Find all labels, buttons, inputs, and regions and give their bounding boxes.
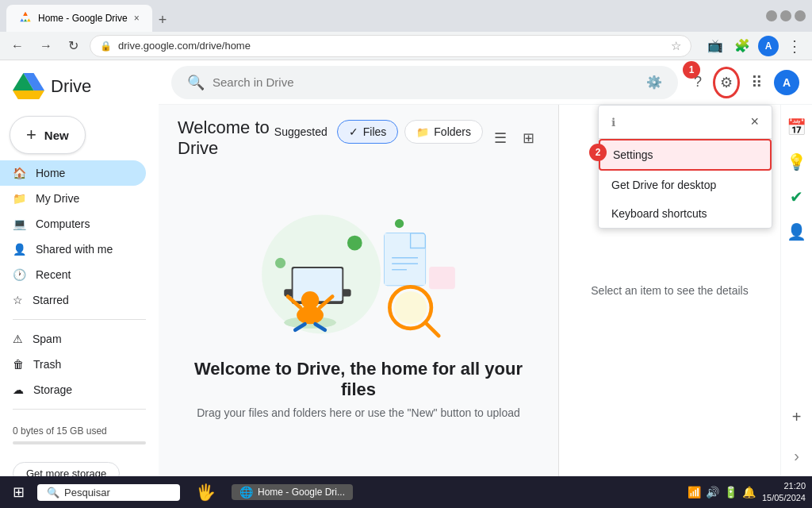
sidebar-item-label: Spam	[33, 333, 62, 345]
welcome-illustration	[239, 187, 477, 346]
sidebar-item-label: Home	[36, 167, 65, 179]
get-storage-button[interactable]: Get more storage	[13, 462, 120, 476]
close-btn[interactable]	[795, 10, 806, 21]
tab-close-icon[interactable]: ×	[134, 13, 140, 24]
welcome-section: Welcome to Drive, the home for all your …	[178, 171, 539, 435]
taskbar-date-text: 15/05/2024	[762, 492, 806, 504]
storage-info: 0 bytes of 15 GB used	[0, 416, 159, 459]
browser-user-avatar[interactable]: A	[758, 36, 779, 56]
apps-button[interactable]: ⠿	[745, 67, 769, 98]
plus-icon: +	[26, 125, 36, 145]
taskbar-datetime[interactable]: 21:20 15/05/2024	[762, 480, 806, 505]
svg-rect-21	[429, 267, 455, 289]
user-avatar[interactable]: A	[774, 70, 799, 95]
suggested-row: Suggested ✓ Files 📁 Folders	[274, 120, 483, 144]
search-icon: 🔍	[187, 74, 205, 91]
taskbar-app-hand[interactable]: 🖐️	[193, 479, 219, 505]
sidebar-item-storage[interactable]: ☁ Storage	[0, 377, 146, 402]
storage-text: 0 bytes of 15 GB used	[13, 425, 107, 437]
taskbar: ⊞ 🔍 Pesquisar 🖐️ 🌐 Home - Google Dri... …	[0, 476, 812, 508]
files-label: Files	[363, 125, 387, 138]
sidebar-item-shared[interactable]: 👤 Shared with me	[0, 237, 146, 262]
reload-button[interactable]: ↻	[63, 35, 83, 56]
contacts-icon[interactable]: 👤	[780, 216, 812, 248]
suggested-label: Suggested	[274, 125, 327, 138]
sidebar-item-spam[interactable]: ⚠ Spam	[0, 326, 146, 352]
grid-view-button[interactable]: ⊞	[518, 125, 539, 152]
app-header: 🔍 ⚙️ 1 ? ⚙ ⠿ A	[159, 60, 812, 105]
folders-filter-button[interactable]: 📁 Folders	[404, 120, 483, 144]
info-icon: ℹ	[611, 116, 615, 129]
folders-label: Folders	[434, 125, 471, 138]
details-text: Select an item to see the details	[591, 284, 748, 297]
sidebar-item-label: Recent	[36, 268, 71, 281]
svg-point-6	[301, 291, 320, 310]
svg-line-20	[425, 322, 439, 336]
svg-point-17	[395, 219, 404, 228]
computer-icon: 💻	[13, 217, 26, 230]
bookmark-icon[interactable]: ☆	[671, 39, 681, 53]
spam-icon: ⚠	[13, 333, 23, 345]
volume-icon[interactable]: 🔊	[706, 486, 719, 498]
network-icon[interactable]: 📶	[688, 486, 701, 498]
tasks-icon[interactable]: ✔	[783, 181, 810, 213]
add-apps-icon[interactable]: +	[786, 402, 808, 433]
search-input[interactable]	[213, 75, 638, 89]
sidebar-item-computers[interactable]: 💻 Computers	[0, 211, 146, 237]
search-bar[interactable]: 🔍 ⚙️	[171, 66, 678, 99]
sidebar-item-label: Trash	[33, 358, 61, 371]
taskbar-running-app[interactable]: 🌐 Home - Google Dri...	[232, 484, 353, 500]
filter-icon[interactable]: ⚙️	[646, 75, 662, 90]
drive-logo-icon	[13, 73, 44, 100]
forward-button[interactable]: →	[35, 36, 57, 56]
running-tab-title: Home - Google Dri...	[258, 487, 345, 498]
notification-icon[interactable]: 🔔	[742, 486, 756, 498]
expand-icon[interactable]: ›	[789, 442, 804, 470]
recent-icon: 🕐	[13, 268, 26, 281]
get-drive-desktop-menu-item[interactable]: Get Drive for desktop	[599, 171, 772, 199]
cast-icon[interactable]: 📺	[704, 35, 726, 56]
settings-button[interactable]: ⚙	[713, 67, 740, 98]
content-header: Welcome to Drive Suggested ✓ Files 📁	[178, 117, 539, 159]
browser-tab[interactable]: Home - Google Drive ×	[6, 5, 152, 32]
files-filter-button[interactable]: ✓ Files	[337, 120, 399, 144]
home-icon: 🏠	[13, 167, 26, 179]
new-tab-button[interactable]: +	[152, 9, 174, 32]
nav: 🏠 Home 📁 My Drive 💻 Computers 👤 Shared w…	[0, 160, 159, 402]
taskbar-search[interactable]: 🔍 Pesquisar	[37, 484, 180, 501]
address-bar[interactable]: 🔒 drive.google.com/drive/home ☆	[90, 35, 691, 57]
sidebar-item-recent[interactable]: 🕐 Recent	[0, 262, 146, 287]
keep-icon[interactable]: 💡	[780, 146, 812, 178]
header-actions: 1 ? ⚙ ⠿ A	[688, 67, 799, 98]
main-content: Welcome to Drive Suggested ✓ Files 📁	[159, 105, 558, 476]
sidebar-divider2	[13, 409, 146, 410]
svg-point-11	[347, 236, 362, 251]
new-button[interactable]: + New	[10, 116, 86, 154]
tab-title: Home - Google Drive	[38, 13, 128, 24]
calendar-icon[interactable]: 📅	[780, 111, 812, 143]
sidebar-item-my-drive[interactable]: 📁 My Drive	[0, 186, 146, 211]
lock-icon: 🔒	[100, 40, 112, 52]
battery-icon[interactable]: 🔋	[724, 486, 737, 498]
sidebar-item-home[interactable]: 🏠 Home	[0, 160, 146, 186]
star-icon: ☆	[13, 294, 23, 306]
dropdown-close-button[interactable]: ×	[750, 114, 759, 130]
settings-menu-item[interactable]: Settings	[599, 139, 772, 171]
maximize-btn[interactable]	[780, 10, 791, 21]
list-view-button[interactable]: ☰	[489, 125, 511, 152]
extensions-icon[interactable]: 🧩	[731, 35, 753, 56]
minimize-btn[interactable]	[766, 10, 777, 21]
welcome-subtitle: Drag your files and folders here or use …	[197, 406, 520, 419]
shared-icon: 👤	[13, 243, 26, 256]
sidebar: Drive + New 🏠 Home 📁 My Drive 💻 Computer…	[0, 60, 159, 476]
taskbar-icons: 📶 🔊 🔋 🔔	[688, 486, 756, 498]
keyboard-shortcuts-menu-item[interactable]: Keyboard shortcuts	[599, 199, 772, 228]
svg-point-12	[275, 258, 285, 268]
sidebar-item-starred[interactable]: ☆ Starred	[0, 287, 146, 313]
sidebar-item-trash[interactable]: 🗑 Trash	[0, 352, 146, 377]
taskbar-apps: 🖐️	[193, 479, 219, 505]
browser-menu-icon[interactable]: ⋮	[783, 33, 806, 59]
back-button[interactable]: ←	[6, 36, 29, 56]
start-button[interactable]: ⊞	[6, 480, 31, 504]
folder-small-icon: 📁	[416, 126, 429, 138]
